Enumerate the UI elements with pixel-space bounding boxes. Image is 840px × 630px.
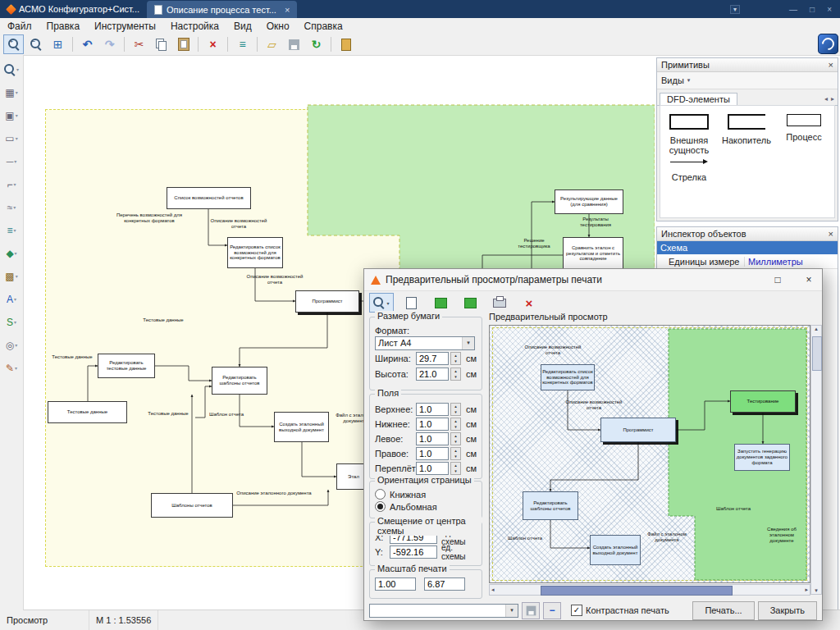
- diagram-label[interactable]: Описание эталонного документа: [236, 491, 312, 496]
- shape-tool-icon[interactable]: ◆▾: [6, 247, 16, 259]
- diagram-label[interactable]: Решение тестировщика: [509, 238, 559, 249]
- diagram-box[interactable]: Редактировать тестовые данные: [98, 354, 155, 378]
- spin-down-icon[interactable]: ▾: [451, 454, 460, 459]
- panel-close-icon[interactable]: ×: [829, 229, 833, 239]
- diagram-box[interactable]: Тестовые данные: [48, 401, 127, 423]
- delete-icon[interactable]: ×: [203, 34, 223, 54]
- dialog-maximize-icon[interactable]: □: [765, 269, 791, 290]
- zoom-out-icon[interactable]: −: [25, 34, 46, 54]
- diagram-box[interactable]: Программист: [295, 290, 359, 313]
- tab-scroll-left-icon[interactable]: ◂: [824, 95, 828, 103]
- copy-icon[interactable]: [151, 34, 171, 54]
- layers-tool-icon[interactable]: ≡▾: [7, 224, 16, 236]
- fit-view-icon[interactable]: ⊞: [48, 34, 68, 54]
- diagram-box[interactable]: Шаблоны отчетов: [151, 493, 233, 518]
- tab-close-icon[interactable]: ×: [285, 5, 290, 15]
- redo-icon[interactable]: ↷: [99, 34, 120, 54]
- paper-width-input[interactable]: [416, 352, 449, 365]
- app-tab-process-description[interactable]: Описание процесса тест... ×: [147, 1, 297, 18]
- diagram-box[interactable]: Сравнить эталон с результатом и отметить…: [563, 237, 623, 270]
- diagram-box[interactable]: Редактировать шаблоны отчетов: [212, 367, 267, 395]
- vertical-scroll-thumb[interactable]: [812, 336, 822, 371]
- route-icon[interactable]: ▱: [262, 34, 282, 54]
- radio-icon[interactable]: [375, 501, 386, 512]
- margin-input[interactable]: [416, 418, 449, 431]
- diagram-label[interactable]: Результаты тестирования: [568, 217, 623, 228]
- diagram-box[interactable]: Результирующие данные (для сравнения): [555, 189, 623, 214]
- diagram-box[interactable]: Создать эталонный выходной документ: [274, 412, 329, 442]
- height-spinner[interactable]: ▴▾: [450, 368, 461, 381]
- orientation-option[interactable]: Альбомная: [375, 500, 477, 513]
- margin-spinner[interactable]: ▴▾: [450, 447, 461, 460]
- menu-item[interactable]: Инструменты: [87, 19, 163, 34]
- dialog-titlebar[interactable]: Предварительный просмотр/параметры печат…: [364, 269, 822, 291]
- cut-icon[interactable]: ✂: [129, 34, 149, 54]
- grid-tool-icon[interactable]: ▣▾: [5, 109, 17, 121]
- scroll-left-icon[interactable]: ◂: [491, 587, 495, 593]
- contrast-print-checkbox[interactable]: ✓: [571, 605, 582, 616]
- primitive-process[interactable]: Процесс: [777, 114, 831, 155]
- corner-tool-icon[interactable]: ⌐▾: [7, 178, 16, 190]
- diagram-label[interactable]: Перечень возможностей для конкретных фор…: [112, 212, 187, 224]
- paper-height-input[interactable]: [416, 368, 449, 381]
- menu-item[interactable]: Вид: [226, 19, 259, 34]
- preview-horizontal-scrollbar[interactable]: ◂ ▸: [489, 584, 810, 596]
- inspector-selected-object[interactable]: Схема: [657, 241, 838, 254]
- save-profile-button[interactable]: [522, 602, 540, 619]
- primitive-arrow[interactable]: Стрелка: [662, 157, 716, 182]
- diagram-box[interactable]: Список возможностей отчетов: [167, 187, 251, 209]
- margin-input[interactable]: [416, 447, 449, 460]
- toolbar-overflow-icon[interactable]: ▾: [730, 5, 740, 14]
- text-tool-icon[interactable]: A▾: [7, 293, 16, 305]
- close-button[interactable]: Закрыть: [758, 601, 817, 620]
- margin-input[interactable]: [416, 403, 449, 416]
- print-setup-icon[interactable]: [487, 293, 512, 313]
- primitive-storage[interactable]: Накопитель: [719, 114, 774, 155]
- app-tab-configurator[interactable]: АСМО Конфигуратор+Сист...: [0, 0, 147, 18]
- primitive-external-entity[interactable]: Внешняя сущность: [662, 114, 716, 155]
- panel-close-icon[interactable]: ×: [829, 60, 833, 70]
- fill-tool-icon[interactable]: ▩▾: [5, 270, 17, 282]
- margin-spinner[interactable]: ▴▾: [450, 403, 461, 416]
- scroll-down-icon[interactable]: ▾: [815, 587, 818, 594]
- inspector-property-row[interactable]: Единицы измере Миллиметры: [657, 254, 838, 269]
- margin-spinner[interactable]: ▴▾: [450, 462, 461, 475]
- fit-page-icon[interactable]: [399, 293, 423, 313]
- tab-scroll-right-icon[interactable]: ▸: [831, 95, 834, 103]
- pan-tool-icon[interactable]: ▦▾: [5, 86, 17, 98]
- spin-up-icon[interactable]: ▴: [451, 433, 460, 439]
- spin-down-icon[interactable]: ▾: [451, 409, 460, 415]
- spin-down-icon[interactable]: ▾: [451, 468, 460, 474]
- chevron-down-icon[interactable]: ▾: [505, 605, 518, 617]
- minimize-icon[interactable]: —: [789, 5, 797, 14]
- spin-up-icon[interactable]: ▴: [451, 404, 460, 409]
- diagram-label[interactable]: Описание возможностей отчета: [203, 218, 274, 230]
- margin-input[interactable]: [416, 432, 449, 445]
- search-tool-icon[interactable]: ◎▾: [6, 339, 18, 351]
- menu-item[interactable]: Настройка: [163, 19, 226, 34]
- diagram-label[interactable]: Тестовые данные: [136, 317, 190, 323]
- dialog-close-icon[interactable]: ×: [796, 269, 822, 290]
- diagram-label[interactable]: Шаблон отчета: [202, 412, 251, 418]
- spin-up-icon[interactable]: ▴: [451, 448, 460, 454]
- spin-up-icon[interactable]: ▴: [451, 418, 460, 424]
- margin-input[interactable]: [416, 462, 449, 475]
- diagram-box[interactable]: Редактировать список возможностей для ко…: [227, 237, 283, 268]
- menu-item[interactable]: Правка: [39, 19, 88, 34]
- print-scale-factor-input[interactable]: [424, 578, 465, 591]
- menu-item[interactable]: Файл: [0, 19, 39, 34]
- undo-icon[interactable]: ↶: [77, 34, 98, 54]
- app-corner-icon[interactable]: [818, 34, 838, 54]
- print-profile-select[interactable]: ▾: [369, 604, 518, 618]
- remove-profile-button[interactable]: −: [543, 602, 561, 619]
- spin-down-icon[interactable]: ▾: [451, 439, 460, 445]
- style-tool-icon[interactable]: S▾: [7, 316, 16, 328]
- line-tool-icon[interactable]: ─▾: [7, 155, 17, 167]
- pen-tool-icon[interactable]: ✎▾: [6, 362, 17, 374]
- zoom-tool-icon[interactable]: ▾: [4, 63, 19, 75]
- orientation-option[interactable]: Книжная: [375, 488, 477, 500]
- close-icon[interactable]: ×: [827, 5, 832, 14]
- diagram-label[interactable]: Описание возможностей отчета: [240, 274, 310, 285]
- menu-item[interactable]: Справка: [297, 19, 350, 34]
- export-icon[interactable]: [428, 293, 453, 313]
